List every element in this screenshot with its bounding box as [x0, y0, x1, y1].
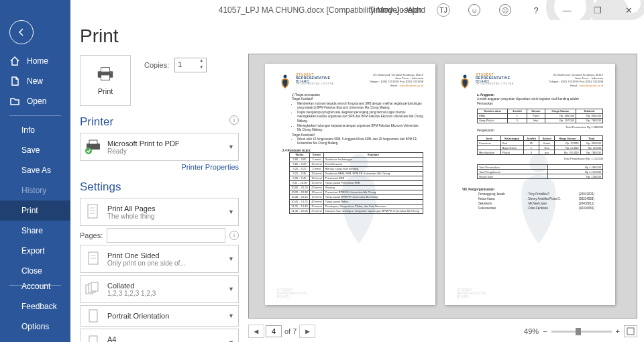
svg-rect-19 [91, 282, 98, 291]
zoom-label: 49% [524, 327, 539, 335]
pages-info-icon[interactable]: i [229, 231, 239, 240]
printer-ready-icon [85, 138, 102, 156]
srb-logo-icon [457, 73, 473, 89]
copies-label: Copies: [144, 61, 169, 69]
chevron-down-icon: ▼ [228, 286, 234, 292]
pages-input[interactable] [107, 228, 225, 243]
a4-icon [85, 334, 102, 342]
nav-open[interactable]: Open [0, 91, 70, 111]
preview-page-2: STUDENTREPRESENTATIVEBOARDOF UNIVERSITAS… [445, 64, 615, 305]
nav-feedback[interactable]: Feedback [0, 296, 70, 317]
svg-rect-4 [101, 68, 109, 72]
nav-history: History [0, 180, 70, 201]
svg-rect-5 [101, 75, 109, 80]
settings-heading: Settings [80, 180, 239, 194]
nav-print[interactable]: Print [0, 201, 70, 221]
svg-rect-10 [88, 205, 97, 218]
collated-icon [85, 280, 102, 298]
user-initials-icon[interactable]: TJ [428, 0, 459, 20]
nav-share[interactable]: Share [0, 221, 70, 241]
print-range-dropdown[interactable]: Print All PagesThe whole thing ▼ [80, 198, 239, 226]
nav-export[interactable]: Export [0, 241, 70, 261]
back-button[interactable] [9, 20, 34, 44]
printer-properties-link[interactable]: Printer Properties [80, 163, 239, 171]
svg-rect-29 [627, 328, 634, 335]
svg-point-25 [350, 154, 368, 172]
printer-dropdown[interactable]: Microsoft Print to PDFReady ▼ [80, 133, 239, 161]
printer-heading: Printeri [80, 115, 239, 129]
svg-rect-21 [89, 336, 97, 342]
svg-point-27 [529, 154, 547, 172]
copies-spinner[interactable]: 1 ▲▼ [174, 58, 207, 72]
restore-button[interactable]: ❐ [582, 0, 613, 20]
preview-page-1: STUDENTREPRESENTATIVEBOARDOF UNIVERSITAS… [265, 64, 435, 305]
svg-rect-8 [89, 140, 97, 144]
nav-options[interactable]: Options [0, 317, 70, 337]
nav-home[interactable]: Home [0, 51, 70, 71]
sides-dropdown[interactable]: Print One SidedOnly print on one side of… [80, 245, 239, 273]
svg-rect-20 [89, 310, 97, 322]
frown-icon[interactable]: ☹ [490, 0, 521, 20]
orientation-dropdown[interactable]: Portrait Orientation ▼ [80, 305, 239, 327]
zoom-slider[interactable] [551, 331, 612, 333]
help-icon[interactable]: ? [521, 0, 551, 20]
collation-dropdown[interactable]: Collated1,2,3 1,2,3 1,2,3 ▼ [80, 275, 239, 303]
nav-save[interactable]: Save [0, 140, 70, 160]
title-bar: 41057_LPJ MA CHUNG.docx [Compatibility M… [0, 0, 644, 20]
pages-icon [85, 203, 102, 221]
page-number-input[interactable] [266, 325, 282, 337]
smile-icon[interactable]: ☺ [459, 0, 490, 20]
svg-point-26 [284, 75, 287, 78]
close-button[interactable]: ✕ [613, 0, 644, 20]
chevron-down-icon: ▼ [228, 312, 234, 319]
chevron-down-icon: ▼ [228, 255, 234, 262]
minimize-button[interactable]: — [551, 0, 582, 20]
preview-footer: ◄ of 7 ► 49% − + [248, 323, 637, 339]
svg-point-9 [85, 148, 92, 154]
pages-label: Pages: [80, 231, 103, 239]
paper-size-dropdown[interactable]: A421 cm x 29.7 cm ▼ [80, 329, 239, 342]
onesided-icon [85, 250, 102, 268]
preview-area: STUDENTREPRESENTATIVEBOARDOF UNIVERSITAS… [248, 20, 644, 342]
spinner-up-icon[interactable]: ▲ [197, 58, 206, 65]
fit-to-window-button[interactable] [624, 325, 637, 337]
chevron-down-icon: ▼ [228, 339, 234, 342]
portrait-icon [85, 307, 102, 325]
backstage-nav: Home New Open Info Save Save As History … [0, 0, 70, 342]
nav-new[interactable]: New [0, 71, 70, 91]
print-button[interactable]: Print [80, 55, 131, 106]
print-heading: Print [80, 25, 239, 47]
spinner-down-icon[interactable]: ▼ [197, 65, 206, 72]
printer-icon [95, 66, 115, 84]
srb-logo-icon [277, 73, 293, 89]
nav-info[interactable]: Info [0, 120, 70, 140]
new-icon [9, 76, 20, 87]
zoom-in-button[interactable]: + [616, 327, 620, 335]
printer-info-icon[interactable]: i [229, 115, 239, 125]
nav-account[interactable]: Account [0, 276, 70, 296]
next-page-button[interactable]: ► [299, 325, 315, 338]
preview-canvas[interactable]: STUDENTREPRESENTATIVEBOARDOF UNIVERSITAS… [248, 54, 637, 319]
user-name[interactable]: Timmy Joseph [369, 5, 421, 15]
svg-point-6 [111, 72, 112, 74]
page-of-label: of 7 [284, 327, 297, 335]
zoom-out-button[interactable]: − [543, 327, 547, 335]
svg-point-28 [464, 75, 467, 78]
chevron-down-icon: ▼ [228, 144, 234, 150]
home-icon [9, 56, 20, 66]
prev-page-button[interactable]: ◄ [248, 325, 264, 338]
nav-saveas[interactable]: Save As [0, 160, 70, 180]
open-icon [9, 96, 20, 107]
chevron-down-icon: ▼ [228, 209, 234, 215]
print-panel: Print Print Copies: 1 ▲▼ Printeri Micros… [70, 20, 248, 342]
